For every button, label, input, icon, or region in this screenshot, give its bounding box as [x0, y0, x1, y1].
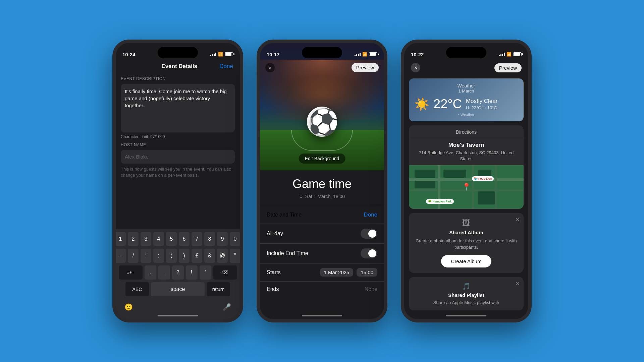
keyboard: 1 2 3 4 5 6 7 8 9 0 - / : ; ( ) £ & @ [116, 229, 240, 319]
kb-row-numbers: 1 2 3 4 5 6 7 8 9 0 [117, 232, 238, 246]
phone-2: 10:17 📶 × Preview Edit Background Game t… [257, 40, 387, 322]
signal-icon-1 [210, 52, 216, 56]
starts-row: Starts 1 Mar 2025 15:00 [260, 263, 384, 282]
mic-button[interactable]: 🎤 [219, 300, 235, 314]
phone-1: 10:24 📶 Event Details Done EVENT DESCRIP… [112, 40, 243, 322]
panel-title: Date and Time [267, 212, 302, 218]
phone1-screen: Event Details Done EVENT DESCRIPTION It'… [116, 43, 240, 319]
key-quote[interactable]: " [230, 249, 240, 263]
nav-title-1: Event Details [161, 63, 197, 70]
starts-date[interactable]: 1 Mar 2025 [320, 268, 354, 277]
sun-icon: ☀️ [414, 97, 429, 111]
time-2: 10:17 [267, 52, 279, 57]
description-text: It's finally time. Come join me to watch… [125, 88, 227, 108]
key-dash[interactable]: - [115, 249, 126, 263]
panel-done[interactable]: Done [364, 212, 377, 218]
hi-lo: H: 22°C L: 10°C [466, 105, 497, 110]
phone3-screen: ✕ Preview Weather 1 March ☀️ 22°C Mostly… [404, 43, 528, 319]
panel-header: Date and Time Done [260, 206, 384, 224]
key-amp[interactable]: & [204, 249, 215, 263]
key-1[interactable]: 1 [115, 232, 126, 246]
key-question[interactable]: ? [172, 265, 184, 280]
key-3[interactable]: 3 [141, 232, 151, 246]
home-indicator-1 [158, 315, 198, 316]
directions-venue: Moe's Tavern [409, 139, 524, 148]
hampton-badge: 🌳 Hampton Park [426, 199, 454, 204]
close-button-3[interactable]: ✕ [411, 63, 420, 72]
battery-icon-2 [369, 52, 377, 56]
create-album-button[interactable]: Create Album [441, 255, 492, 267]
shared-album-card: ✕ 🖼 Shared Album Create a photo album fo… [409, 213, 524, 273]
time-3: 10:22 [411, 52, 424, 57]
key-6[interactable]: 6 [179, 232, 190, 246]
key-exclaim[interactable]: ! [186, 265, 198, 280]
directions-address: 714 Rutledge Ave, Charleston, SC 29403, … [409, 148, 524, 165]
preview-button-3[interactable]: Preview [494, 63, 522, 72]
preview-button-2[interactable]: Preview [352, 63, 379, 72]
ends-row: Ends None [260, 282, 384, 297]
weather-main: ☀️ 22°C Mostly Clear H: 22°C L: 10°C [414, 97, 518, 111]
stadium-background: × Preview Edit Background [260, 43, 384, 170]
edit-background-btn[interactable]: Edit Background [299, 154, 345, 164]
key-7[interactable]: 7 [192, 232, 202, 246]
shared-album-close[interactable]: ✕ [515, 216, 520, 223]
key-4[interactable]: 4 [153, 232, 164, 246]
key-pound[interactable]: £ [192, 249, 202, 263]
backspace-key[interactable]: ⌫ [213, 265, 237, 280]
key-semi[interactable]: ; [153, 249, 164, 263]
weather-source-text: • Weather [458, 113, 474, 117]
key-comma[interactable]: , [158, 265, 170, 280]
host-name-label: HOST NAME [121, 142, 235, 147]
food-lion-label: Food Lion [478, 177, 492, 180]
key-space[interactable]: space [151, 282, 205, 296]
key-2[interactable]: 2 [128, 232, 139, 246]
key-slash[interactable]: / [128, 249, 139, 263]
starts-value: 1 Mar 2025 15:00 [320, 268, 377, 277]
kb-row-symbols: - / : ; ( ) £ & @ " [117, 249, 238, 263]
home-indicator-3 [446, 315, 486, 316]
shared-album-icon: 🖼 [414, 218, 518, 228]
include-end-time-toggle[interactable] [361, 248, 377, 258]
dynamic-island-2 [302, 47, 342, 58]
key-apostrophe[interactable]: ' [200, 265, 211, 280]
event-description-field[interactable]: It's finally time. Come join me to watch… [121, 84, 235, 132]
key-8[interactable]: 8 [204, 232, 215, 246]
emoji-button[interactable]: 🙂 [120, 300, 137, 314]
all-day-label: All-day [267, 231, 283, 237]
include-end-time-label: Include End Time [267, 250, 308, 256]
shared-playlist-close[interactable]: ✕ [515, 280, 520, 287]
all-day-toggle[interactable] [361, 229, 377, 239]
lo-temp: L: 10°C [482, 105, 497, 110]
soccer-ball [307, 107, 337, 137]
status-icons-1: 📶 [210, 52, 233, 57]
shared-playlist-desc: Share an Apple Music playlist with [414, 300, 518, 305]
starts-time[interactable]: 15:00 [357, 268, 377, 277]
date-time-panel: Date and Time Done All-day Include End T… [260, 206, 384, 319]
include-end-time-row: Include End Time [260, 244, 384, 263]
key-abc[interactable]: ABC [125, 282, 149, 296]
weather-description: Mostly Clear H: 22°C L: 10°C [466, 98, 497, 110]
key-return[interactable]: return [207, 282, 230, 296]
close-button-2[interactable]: × [265, 63, 275, 72]
key-hashtag[interactable]: #+= [119, 265, 143, 280]
event-title-area: Game time 🗓 Sat 1 March, 18:00 [260, 170, 384, 206]
host-name-input[interactable]: Alex Blake [121, 150, 235, 164]
ends-label: Ends [267, 286, 279, 292]
key-at[interactable]: @ [217, 249, 228, 263]
directions-header: Directions [409, 125, 524, 139]
key-period[interactable]: . [145, 265, 156, 280]
key-0[interactable]: 0 [230, 232, 240, 246]
map-view[interactable]: 🏪 Food Lion 📍 🌳 Hampton Park [409, 165, 524, 209]
key-oparen[interactable]: ( [166, 249, 177, 263]
battery-icon-3 [513, 52, 522, 56]
done-button-1[interactable]: Done [219, 63, 233, 70]
calendar-icon: 🗓 [299, 194, 303, 199]
weather-desc-text: Mostly Clear [466, 98, 497, 105]
shared-playlist-title: Shared Playlist [414, 292, 518, 298]
key-9[interactable]: 9 [217, 232, 228, 246]
key-5[interactable]: 5 [166, 232, 177, 246]
kb-row-special: #+= . , ? ! ' ⌫ [117, 265, 238, 280]
key-colon[interactable]: : [141, 249, 151, 263]
key-cparen[interactable]: ) [179, 249, 190, 263]
event-desc-label: EVENT DESCRIPTION [121, 76, 235, 81]
